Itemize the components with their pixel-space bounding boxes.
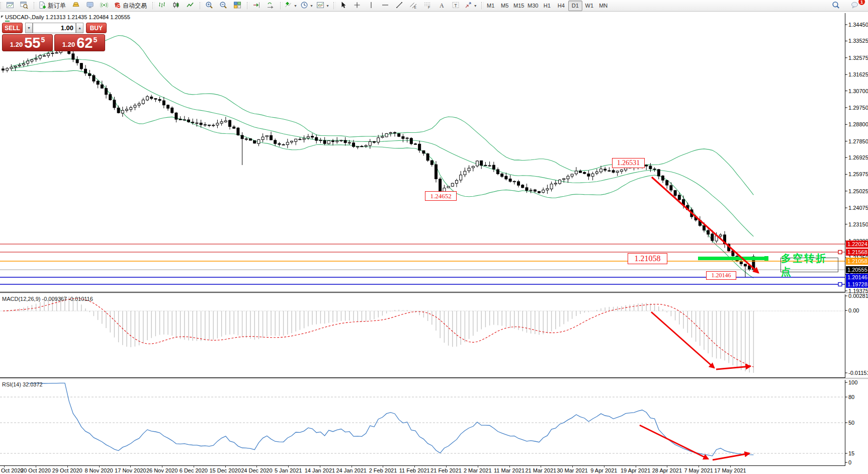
- date-label: 24 Jan 2021: [336, 467, 367, 473]
- date-tick: [509, 466, 510, 467]
- bar-chart-mode-button[interactable]: [155, 0, 169, 11]
- timeframe-d1-button[interactable]: D1: [568, 1, 582, 11]
- zoom-in-button[interactable]: [202, 0, 216, 11]
- notifications-button[interactable]: 1: [848, 0, 862, 11]
- timeframe-m5-button[interactable]: M5: [498, 1, 512, 11]
- horizontal-line-tool-button[interactable]: [378, 0, 392, 11]
- svg-text:E: E: [414, 6, 416, 9]
- new-chart-button[interactable]: [3, 0, 17, 11]
- market-depth-button[interactable]: [69, 0, 83, 11]
- date-tick: [699, 466, 699, 467]
- price-tick-label: 1.28800: [848, 121, 868, 127]
- macd-trend-arrow: [651, 312, 714, 368]
- price-marker-label: 1.20146: [846, 274, 868, 281]
- tile-windows-button[interactable]: [230, 0, 244, 11]
- crosshair-tool-button[interactable]: [350, 0, 364, 11]
- date-label: 28 Apr 2021: [652, 467, 682, 473]
- timeframe-h1-button[interactable]: H1: [540, 1, 554, 11]
- fibonacci-tool-icon: F: [423, 1, 431, 10]
- chart-collapse-icon[interactable]: [1, 16, 4, 18]
- trendline-tool-button[interactable]: [392, 0, 406, 11]
- macd-label: MACD(12,26,9) -0.009367 -0.010116: [2, 296, 93, 302]
- candlestick-mode-button[interactable]: [169, 0, 183, 11]
- periods-button[interactable]: ▼: [299, 0, 315, 11]
- svg-text:A: A: [440, 2, 444, 9]
- new-order-button[interactable]: 新订单: [36, 0, 69, 11]
- search-button[interactable]: [829, 0, 843, 11]
- rsi-scale-label: 50: [848, 420, 854, 426]
- channel-tool-button[interactable]: E: [406, 0, 420, 11]
- auto-scroll-button[interactable]: [264, 0, 278, 11]
- date-tick: [541, 466, 541, 467]
- date-label: 15 Dec 2020: [209, 467, 240, 473]
- volume-decrease-button[interactable]: ▼: [25, 23, 33, 33]
- price-tick-label: 1.31625: [848, 71, 868, 77]
- templates-icon: [316, 1, 324, 10]
- time-axis[interactable]: Oct 202020 Oct 202029 Oct 20208 Nov 2020…: [0, 466, 868, 474]
- templates-button[interactable]: ▼: [315, 0, 331, 11]
- buy-button[interactable]: BUY: [86, 23, 107, 33]
- timeframe-m30-button[interactable]: M30: [526, 1, 540, 11]
- shapes-tool-button[interactable]: ▼: [463, 0, 479, 11]
- line-chart-mode-button[interactable]: [183, 0, 197, 11]
- svg-text:F: F: [428, 6, 430, 9]
- timeframe-w1-button[interactable]: W1: [582, 1, 596, 11]
- date-label: 8 Nov 2020: [84, 467, 113, 473]
- date-label: 17 Nov 2020: [115, 467, 146, 473]
- auto-trading-button[interactable]: 自动交易: [111, 0, 150, 11]
- timeframe-m15-button[interactable]: M15: [512, 1, 526, 11]
- cn-note-label[interactable]: 多空转折点: [780, 258, 838, 272]
- one-click-trading-panel: SELL ▼ ▲ BUY 1.20 55 5 1.20 62 5: [2, 23, 107, 51]
- profiles-button[interactable]: [17, 0, 31, 11]
- rsi-line: [28, 383, 753, 456]
- sell-price-small: 1.20: [10, 41, 23, 48]
- date-label: 21 Mar 2021: [525, 467, 556, 473]
- timeframe-h4-button[interactable]: H4: [554, 1, 568, 11]
- terminal-icon: [86, 1, 94, 10]
- buy-price-sup: 5: [93, 36, 97, 44]
- label-tool-button[interactable]: T: [449, 0, 463, 11]
- price-annotation-label[interactable]: 1.26531: [612, 158, 645, 168]
- mt4-terminal-window: 新订单自动交易▼▼▼EFAT▼M1M5M15M30H1H4D1W1MN1 USD…: [0, 0, 868, 474]
- volume-input[interactable]: [33, 23, 76, 33]
- macd-canvas[interactable]: [0, 294, 868, 378]
- cursor-tool-button[interactable]: [336, 0, 350, 11]
- vertical-line-tool-button[interactable]: [364, 0, 378, 11]
- buy-price-button[interactable]: 1.20 62 5: [54, 34, 105, 51]
- fibonacci-tool-button[interactable]: F: [420, 0, 435, 11]
- price-marker-label: 1.20555: [846, 266, 868, 273]
- toolbar-right: 1: [829, 0, 868, 11]
- date-label: 17 May 2021: [714, 467, 746, 473]
- signals-button[interactable]: [97, 0, 111, 11]
- date-tick: [383, 466, 383, 467]
- sell-price-button[interactable]: 1.20 55 5: [2, 34, 53, 51]
- macd-signal-line: [3, 298, 753, 367]
- price-annotation-label[interactable]: 1.24652: [425, 191, 457, 201]
- price-annotation-label[interactable]: 1.20146: [706, 271, 736, 280]
- volume-increase-button[interactable]: ▲: [76, 23, 83, 33]
- price-annotation-label[interactable]: 1.21058: [628, 253, 667, 264]
- date-label: 11 Feb 2021: [399, 467, 430, 473]
- timeframe-mn-button[interactable]: MN: [596, 1, 611, 11]
- indicators-button[interactable]: ▼: [283, 0, 299, 11]
- date-label: 26 Nov 2020: [146, 467, 178, 473]
- date-tick: [667, 466, 667, 467]
- chevron-down-icon: ▼: [294, 4, 297, 8]
- timeframe-m1-button[interactable]: M1: [484, 1, 498, 11]
- zoom-out-button[interactable]: [216, 0, 230, 11]
- date-label: 5 Jan 2021: [275, 467, 302, 473]
- chart-shift-button[interactable]: [249, 0, 264, 11]
- price-marker-label: 1.19728: [846, 281, 868, 288]
- sell-price-big: 55: [24, 36, 40, 50]
- rsi-canvas[interactable]: [0, 380, 868, 466]
- date-label: 29 Oct 2020: [52, 467, 82, 473]
- text-tool-button[interactable]: A: [435, 0, 449, 11]
- rsi-scale-label: 0: [848, 459, 851, 465]
- price-chart-canvas[interactable]: [0, 13, 868, 293]
- line-handle: [838, 251, 842, 254]
- auto-scroll-icon: [267, 1, 275, 10]
- sell-button[interactable]: SELL: [2, 23, 23, 33]
- terminal-button[interactable]: [83, 0, 97, 11]
- bollinger-mid-band: [11, 59, 753, 236]
- profiles-icon: [20, 1, 28, 10]
